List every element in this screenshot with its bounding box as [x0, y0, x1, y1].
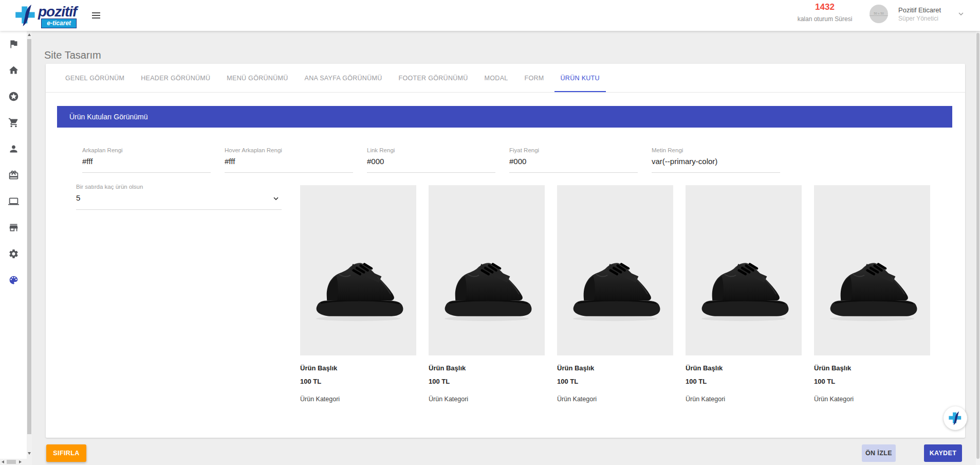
stars-icon: [8, 91, 19, 102]
sneaker-image: [439, 251, 534, 326]
product-image: [300, 185, 416, 355]
product-image: [557, 185, 673, 355]
tab-genel-gorunum[interactable]: GENEL GÖRÜNÜM: [59, 64, 131, 92]
scroll-right-arrow-icon[interactable]: [19, 460, 22, 463]
products-per-row-select[interactable]: 5: [76, 190, 282, 210]
scroll-left-arrow-icon[interactable]: [2, 460, 4, 463]
section-header: Ürün Kutuları Görünümü: [57, 106, 952, 128]
hover-arkaplan-rengi-input[interactable]: [225, 153, 353, 173]
laptop-icon: [8, 196, 19, 207]
field-hover-arkaplan-rengi: Hover Arkaplan Rengi: [225, 147, 353, 173]
session-remaining-count: 1432: [791, 2, 858, 12]
field-label: Fiyat Rengi: [509, 147, 638, 153]
sidebar-item-campaigns[interactable]: [0, 162, 27, 188]
user-name: Pozitif Eticaret: [898, 6, 941, 14]
sneaker-image: [310, 251, 406, 326]
product-title: Ürün Başlık: [300, 364, 416, 372]
horizontal-scrollbar-thumb[interactable]: [7, 460, 16, 464]
field-label: Hover Arkaplan Rengi: [225, 147, 353, 153]
field-fiyat-rengi: Fiyat Rengi: [509, 147, 638, 173]
scroll-down-arrow-icon[interactable]: [28, 452, 31, 455]
avatar-placeholder-text: 50 x 50: [870, 12, 888, 16]
brand-name: pozitif: [38, 4, 77, 20]
product-category: Ürün Kategori: [686, 396, 802, 403]
sidebar-item-design[interactable]: [0, 267, 27, 293]
scroll-up-arrow-icon[interactable]: [28, 33, 31, 36]
sneaker-image: [567, 251, 663, 326]
flag-icon: [8, 39, 19, 49]
menu-toggle-icon[interactable]: [92, 12, 100, 19]
product-price: 100 TL: [814, 378, 930, 385]
gift-icon: [8, 170, 19, 181]
save-button[interactable]: KAYDET: [924, 444, 962, 462]
sidebar-item-site[interactable]: [0, 188, 27, 214]
tab-urun-kutu[interactable]: ÜRÜN KUTU: [554, 64, 606, 92]
brand-logo-icon: [948, 411, 963, 425]
sidebar-item-store[interactable]: [0, 214, 27, 241]
product-card: Ürün Başlık 100 TL Ürün Kategori: [300, 185, 416, 403]
sidebar-vertical-scrollbar[interactable]: [27, 31, 32, 459]
product-category: Ürün Kategori: [300, 396, 416, 403]
field-link-rengi: Link Rengi: [367, 147, 495, 173]
sidebar-item-orders[interactable]: [0, 110, 27, 136]
palette-icon: [8, 275, 19, 285]
fiyat-rengi-input[interactable]: [509, 153, 638, 173]
field-label: Bir satırda kaç ürün olsun: [76, 184, 282, 190]
top-bar: pozitif e-ticaret 1432 kalan oturum Süre…: [0, 0, 980, 31]
sidebar-item-stars[interactable]: [0, 83, 27, 110]
brand-logo[interactable]: pozitif e-ticaret: [14, 4, 77, 28]
product-image: [686, 185, 802, 355]
metin-rengi-input[interactable]: [652, 153, 780, 173]
field-label: Link Rengi: [367, 147, 495, 153]
tab-ana-sayfa-gorunumu[interactable]: ANA SAYFA GÖRÜNÜMÜ: [299, 64, 389, 92]
brand-logo-icon: [14, 4, 37, 27]
product-title: Ürün Başlık: [429, 364, 545, 372]
tab-form[interactable]: FORM: [519, 64, 550, 92]
selected-value: 5: [76, 193, 80, 202]
vertical-scrollbar-thumb[interactable]: [27, 39, 31, 434]
user-role: Süper Yönetici: [898, 15, 941, 22]
product-category: Ürün Kategori: [557, 396, 673, 403]
session-remaining-label: kalan oturum Süresi: [791, 15, 858, 23]
arkaplan-rengi-input[interactable]: [82, 153, 211, 173]
reset-button[interactable]: SIFIRLA: [46, 444, 86, 462]
horizontal-scrollbar[interactable]: [0, 459, 32, 465]
brand-tagline: e-ticaret: [41, 19, 77, 28]
product-card: Ürün Başlık 100 TL Ürün Kategori: [557, 185, 673, 403]
field-label: Arkaplan Rengi: [82, 147, 211, 153]
product-card: Ürün Başlık 100 TL Ürün Kategori: [686, 185, 802, 403]
product-card: Ürün Başlık 100 TL Ürün Kategori: [429, 185, 545, 403]
preview-button[interactable]: ÖN İZLE: [862, 444, 896, 462]
home-icon: [8, 65, 19, 76]
product-image: [814, 185, 930, 355]
tab-bar: GENEL GÖRÜNÜM HEADER GÖRÜNÜMÜ MENÜ GÖRÜN…: [46, 64, 965, 93]
user-icon: [8, 144, 19, 154]
product-price: 100 TL: [300, 378, 416, 385]
field-label: Metin Rengi: [652, 147, 780, 153]
product-price: 100 TL: [557, 378, 673, 385]
sidebar-item-flag[interactable]: [0, 31, 27, 57]
product-title: Ürün Başlık: [557, 364, 673, 372]
avatar: 50 x 50: [870, 5, 888, 23]
sidebar-nav: [0, 31, 27, 459]
page-scrollbar-thumb[interactable]: [976, 33, 979, 459]
tab-footer-gorunumu[interactable]: FOOTER GÖRÜNÜMÜ: [393, 64, 474, 92]
sidebar-item-settings[interactable]: [0, 241, 27, 267]
brand-badge: [944, 406, 967, 430]
sneaker-image: [824, 251, 920, 326]
field-products-per-row: Bir satırda kaç ürün olsun 5: [76, 184, 282, 210]
store-icon: [8, 222, 19, 233]
page-scrollbar[interactable]: [976, 31, 980, 465]
tab-modal[interactable]: MODAL: [478, 64, 514, 92]
sidebar-item-customers[interactable]: [0, 136, 27, 162]
product-title: Ürün Başlık: [814, 364, 930, 372]
sidebar-item-home[interactable]: [0, 57, 27, 83]
page-title: Site Tasarım: [44, 49, 101, 61]
tab-menu-gorunumu[interactable]: MENÜ GÖRÜNÜMÜ: [220, 64, 294, 92]
field-metin-rengi: Metin Rengi: [652, 147, 780, 173]
field-arkaplan-rengi: Arkaplan Rengi: [82, 147, 211, 173]
app-window: pozitif e-ticaret 1432 kalan oturum Süre…: [0, 0, 980, 465]
link-rengi-input[interactable]: [367, 153, 495, 173]
user-menu[interactable]: 50 x 50 Pozitif Eticaret Süper Yönetici: [870, 5, 966, 23]
tab-header-gorunumu[interactable]: HEADER GÖRÜNÜMÜ: [135, 64, 216, 92]
